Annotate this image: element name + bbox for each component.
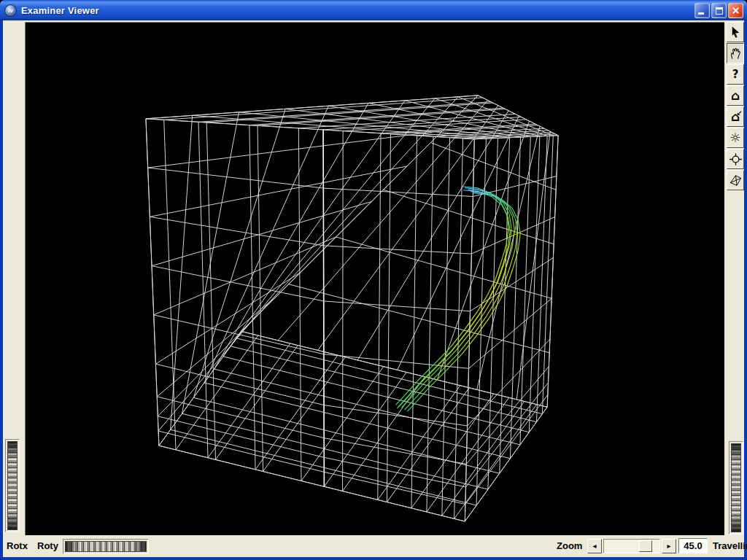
- viewer-toolbar: ?⌂⌂↙☼: [727, 22, 744, 191]
- bottom-control-bar: Rotx Roty Zoom ◂ ▸ 45.0 Travelling: [3, 535, 744, 557]
- roty-thumbwheel[interactable]: [63, 539, 149, 554]
- pick-arrow-icon: [729, 26, 743, 39]
- maximize-button[interactable]: [711, 3, 727, 18]
- examiner-viewer-window: iv Examiner Viewer × ?⌂⌂↙☼ Rotx Roty: [0, 0, 747, 560]
- zoom-increase-button[interactable]: ▸: [662, 539, 676, 553]
- window-title: Examiner Viewer: [21, 5, 693, 16]
- render-viewport[interactable]: [25, 22, 724, 535]
- toolbar-button-pick-arrow[interactable]: [727, 22, 744, 42]
- seek-crosshair-icon: [729, 152, 743, 166]
- rotx-thumbwheel[interactable]: [5, 439, 20, 532]
- maximize-icon: [716, 7, 723, 15]
- titlebar[interactable]: iv Examiner Viewer ×: [0, 0, 747, 20]
- zoom-decrease-button[interactable]: ◂: [587, 539, 602, 553]
- dolly-thumbwheel[interactable]: [729, 441, 743, 534]
- camera-type-icon: [729, 174, 743, 187]
- rotx-thumbwheel-ridges[interactable]: [7, 441, 18, 530]
- close-button[interactable]: ×: [728, 3, 743, 18]
- view-all-icon: ☼: [729, 132, 740, 144]
- toolbar-button-set-home[interactable]: ⌂↙: [727, 106, 744, 127]
- right-arrow-icon: ▸: [667, 542, 670, 550]
- toolbar-button-view-all[interactable]: ☼: [727, 128, 744, 148]
- client-area: ?⌂⌂↙☼ Rotx Roty Zoom ◂ ▸ 45.0 Travelli: [3, 20, 744, 557]
- zoom-slider-track[interactable]: [603, 539, 660, 553]
- pan-hand-icon: [729, 47, 743, 61]
- toolbar-button-view-hand[interactable]: [727, 43, 744, 63]
- app-icon: iv: [4, 4, 17, 17]
- toolbar-button-camera-type[interactable]: [727, 170, 744, 190]
- roty-thumbwheel-ridges[interactable]: [65, 541, 147, 552]
- rotx-label: Rotx: [7, 540, 28, 551]
- toolbar-button-help[interactable]: ?: [727, 64, 744, 85]
- camera-mode-label: Travelling: [713, 540, 747, 551]
- scene-3d-wireframe: [26, 23, 724, 535]
- help-icon: ?: [732, 69, 739, 81]
- minimize-icon: [698, 12, 704, 15]
- home-icon: ⌂: [731, 90, 740, 102]
- zoom-slider-thumb[interactable]: [639, 540, 652, 552]
- set-home-arrow-icon: ↙: [737, 107, 743, 120]
- toolbar-button-home[interactable]: ⌂: [727, 85, 744, 106]
- dolly-thumbwheel-ridges[interactable]: [731, 443, 741, 532]
- close-icon: ×: [729, 4, 743, 18]
- toolbar-button-seek[interactable]: [727, 149, 744, 169]
- zoom-value-field[interactable]: 45.0: [678, 538, 708, 553]
- left-arrow-icon: ◂: [592, 542, 596, 550]
- roty-label: Roty: [37, 540, 58, 551]
- zoom-label: Zoom: [557, 540, 582, 551]
- minimize-button[interactable]: [694, 3, 710, 18]
